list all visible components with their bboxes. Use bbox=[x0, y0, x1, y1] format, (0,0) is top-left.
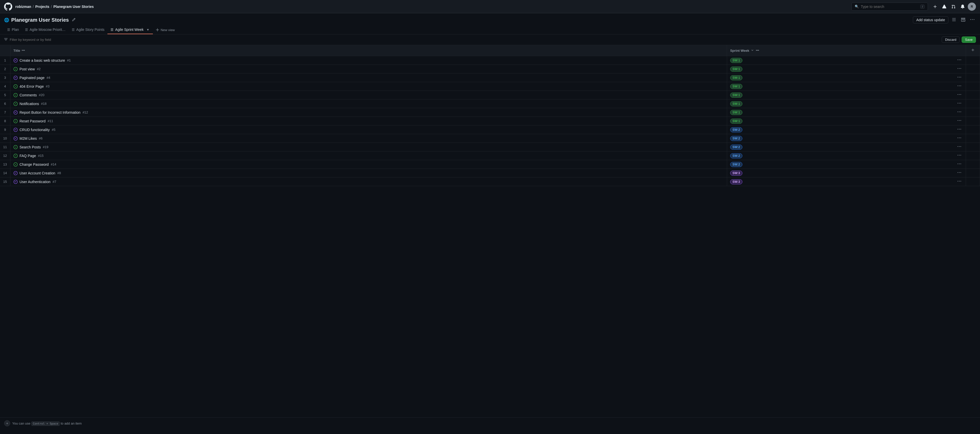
row-sprint-cell: SW:3 bbox=[727, 177, 966, 186]
triangle-button[interactable] bbox=[940, 3, 948, 11]
col-sprint: Sprint Week ••• bbox=[727, 45, 966, 56]
row-more-button[interactable] bbox=[956, 127, 963, 132]
row-add-cell bbox=[966, 134, 980, 143]
add-status-label: Add status update bbox=[916, 18, 945, 22]
search-icon: 🔍 bbox=[855, 5, 859, 8]
row-more-button[interactable] bbox=[956, 66, 963, 72]
col-title-menu[interactable]: ••• bbox=[21, 48, 25, 53]
breadcrumb-user[interactable]: robizman bbox=[15, 5, 31, 9]
issue-title[interactable]: Search Posts bbox=[20, 145, 41, 149]
more-options-button[interactable] bbox=[969, 17, 976, 24]
view-settings-button[interactable] bbox=[950, 17, 958, 24]
sprint-badge[interactable]: SW:1 bbox=[730, 84, 742, 89]
row-number: 2 bbox=[0, 65, 10, 73]
save-button[interactable]: Save bbox=[962, 36, 976, 43]
closed-issue-icon bbox=[14, 59, 18, 62]
github-logo[interactable] bbox=[4, 3, 12, 11]
row-more-button[interactable] bbox=[956, 144, 963, 150]
issue-title[interactable]: User Account Creation bbox=[20, 171, 56, 175]
issue-title[interactable]: M2M Likes bbox=[20, 136, 37, 141]
search-box[interactable]: 🔍 / bbox=[851, 3, 928, 11]
issue-title[interactable]: CRUD functionality bbox=[20, 128, 50, 132]
tab-story-points[interactable]: ☰ Agile Story Points bbox=[68, 25, 108, 34]
avatar[interactable]: R bbox=[968, 3, 976, 11]
sprint-badge[interactable]: SW:1 bbox=[730, 119, 742, 124]
tab-moscow-icon: ☰ bbox=[25, 28, 28, 32]
row-sprint-cell: SW:1 bbox=[727, 108, 966, 117]
row-sprint-cell: SW:1 bbox=[727, 56, 966, 65]
tab-sprint-week-more[interactable]: ▾ bbox=[146, 27, 150, 32]
git-pr-button[interactable] bbox=[950, 3, 958, 11]
search-input[interactable] bbox=[861, 5, 918, 9]
tab-plan[interactable]: ☰ Plan bbox=[4, 25, 22, 34]
row-more-button[interactable] bbox=[956, 179, 963, 184]
issue-title[interactable]: FAQ Page bbox=[20, 154, 36, 158]
row-more-button[interactable] bbox=[956, 162, 963, 167]
tab-sprint-week[interactable]: ☰ Agile Sprint Week ▾ bbox=[107, 25, 153, 34]
row-more-button[interactable] bbox=[956, 110, 963, 115]
sprint-badge[interactable]: SW:2 bbox=[730, 136, 742, 141]
add-tab-button[interactable]: New view bbox=[153, 26, 177, 34]
row-more-button[interactable] bbox=[956, 84, 963, 89]
issue-number: #14 bbox=[51, 162, 56, 166]
closed-issue-icon bbox=[14, 171, 18, 175]
sprint-badge[interactable]: SW:1 bbox=[730, 101, 742, 106]
row-more-button[interactable] bbox=[956, 170, 963, 176]
tab-moscow[interactable]: ☰ Agile Moscow Priorit… bbox=[22, 25, 68, 34]
row-more-button[interactable] bbox=[956, 136, 963, 141]
issue-title[interactable]: User Authentication bbox=[20, 180, 51, 184]
issue-title[interactable]: 404 Error Page bbox=[20, 84, 44, 89]
bell-button[interactable] bbox=[959, 3, 967, 11]
discard-button[interactable]: Discard bbox=[942, 36, 959, 43]
issue-title[interactable]: Reset Password bbox=[20, 119, 46, 123]
issue-title[interactable]: Paginated page bbox=[20, 76, 45, 80]
issue-title[interactable]: Notifications bbox=[20, 102, 39, 106]
row-more-button[interactable] bbox=[956, 92, 963, 98]
project-header: 🌐 Planegram User Stories Add status upda… bbox=[0, 13, 980, 25]
issue-title[interactable]: Change Password bbox=[20, 162, 49, 166]
row-number: 8 bbox=[0, 117, 10, 125]
issue-title[interactable]: Comments bbox=[20, 93, 37, 97]
row-more-button[interactable] bbox=[956, 153, 963, 158]
row-title-cell: Reset Password#11 bbox=[10, 117, 727, 125]
row-sprint-cell: SW:2 bbox=[727, 160, 966, 169]
closed-issue-icon bbox=[14, 180, 18, 184]
col-sprint-menu[interactable]: ••• bbox=[756, 48, 760, 53]
breadcrumb-repo[interactable]: Planegram User Stories bbox=[53, 5, 94, 9]
row-title-cell: FAQ Page#15 bbox=[10, 152, 727, 160]
col-sprint-sort[interactable] bbox=[750, 48, 754, 53]
filter-input[interactable] bbox=[10, 38, 940, 41]
add-status-button[interactable]: Add status update bbox=[913, 16, 948, 24]
row-number: 3 bbox=[0, 73, 10, 82]
row-more-button[interactable] bbox=[956, 118, 963, 124]
row-sprint-cell: SW:1 bbox=[727, 73, 966, 82]
row-title-cell: 404 Error Page#3 bbox=[10, 82, 727, 91]
sprint-badge[interactable]: SW:1 bbox=[730, 67, 742, 72]
plus-button[interactable] bbox=[931, 3, 939, 11]
sprint-badge[interactable]: SW:2 bbox=[730, 153, 742, 158]
edit-project-button[interactable] bbox=[71, 17, 76, 23]
sprint-badge[interactable]: SW:2 bbox=[730, 162, 742, 167]
sprint-badge[interactable]: SW:2 bbox=[730, 127, 742, 132]
issue-title[interactable]: Create a basic web structure bbox=[20, 59, 65, 62]
add-column-button[interactable] bbox=[969, 47, 977, 54]
table-row: 2Post view#2SW:1 bbox=[0, 65, 980, 73]
sprint-badge[interactable]: SW:3 bbox=[730, 179, 742, 184]
footer-hint-pre: You can use bbox=[12, 421, 30, 425]
row-title-cell: Paginated page#4 bbox=[10, 73, 727, 82]
layout-button[interactable] bbox=[959, 17, 967, 24]
sprint-badge[interactable]: SW:3 bbox=[730, 171, 742, 176]
sprint-badge[interactable]: SW:1 bbox=[730, 93, 742, 98]
row-more-button[interactable] bbox=[956, 101, 963, 106]
issue-title[interactable]: Report Button for Incorrect Information bbox=[20, 111, 81, 114]
sprint-badge[interactable]: SW:2 bbox=[730, 144, 742, 150]
table-row: 12FAQ Page#15SW:2 bbox=[0, 152, 980, 160]
footer-add-button[interactable]: + bbox=[4, 420, 10, 426]
issue-title[interactable]: Post view bbox=[20, 67, 35, 71]
sprint-badge[interactable]: SW:1 bbox=[730, 58, 742, 63]
row-more-button[interactable] bbox=[956, 58, 963, 63]
row-more-button[interactable] bbox=[956, 75, 963, 80]
sprint-badge[interactable]: SW:1 bbox=[730, 110, 742, 115]
breadcrumb-projects[interactable]: Projects bbox=[35, 5, 49, 9]
sprint-badge[interactable]: SW:1 bbox=[730, 75, 742, 80]
